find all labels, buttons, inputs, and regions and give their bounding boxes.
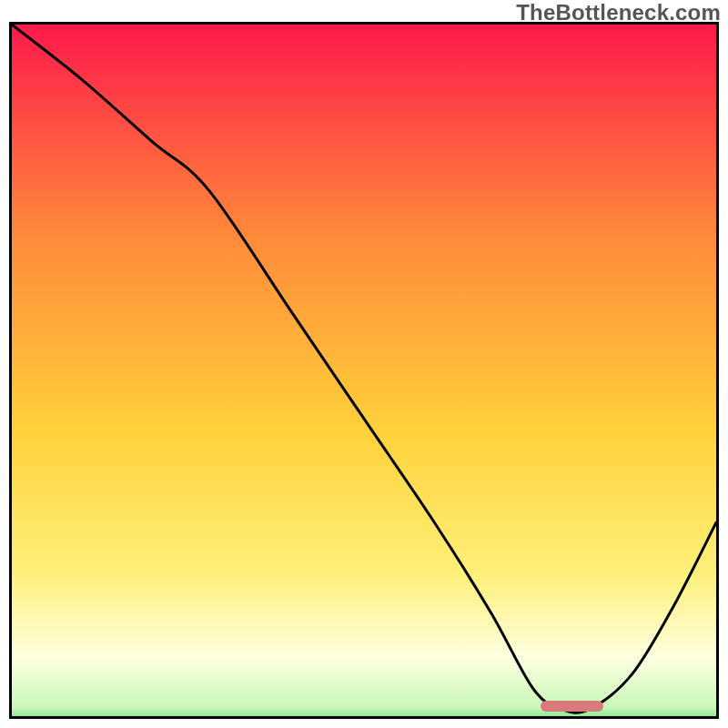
chart-frame: TheBottleneck.com: [0, 0, 728, 728]
optimal-marker: [541, 701, 604, 712]
bottleneck-curve: [12, 25, 716, 716]
plot-area: [9, 22, 719, 719]
